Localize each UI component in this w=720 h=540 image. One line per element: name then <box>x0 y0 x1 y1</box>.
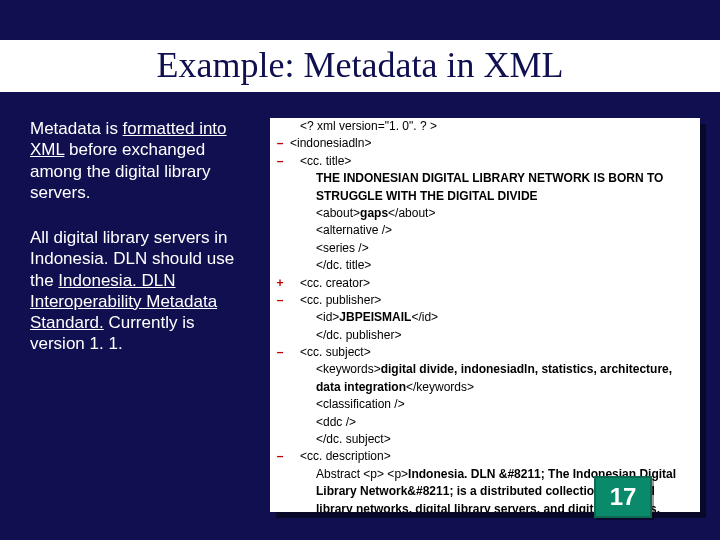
xml-line: <cc. publisher> <box>288 292 700 309</box>
xml-line: </dc. subject> <box>288 431 700 448</box>
xml-line: <id>JBPEISMAIL</id> <box>288 309 700 326</box>
tree-collapse-icon: – <box>270 135 288 152</box>
xml-line: <keywords>digital divide, indonesiadln, … <box>288 361 700 396</box>
xml-line-bold: THE INDONESIAN DIGITAL LIBRARY NETWORK I… <box>288 170 700 205</box>
tree-collapse-icon: – <box>270 292 288 309</box>
tree-collapse-icon: – <box>270 448 288 465</box>
body-text: Metadata is formatted into XML before ex… <box>30 118 250 379</box>
slide: Example: Metadata in XML Metadata is for… <box>0 0 720 540</box>
tree-collapse-icon: – <box>270 344 288 361</box>
xml-code-pane: <? xml version="1. 0". ? > –<indonesiadl… <box>270 118 700 512</box>
xml-line: <cc. subject> <box>288 344 700 361</box>
xml-line: <indonesiadln> <box>288 135 700 152</box>
p1-lead: Metadata is <box>30 119 123 138</box>
paragraph-2: All digital library servers in Indonesia… <box>30 227 250 355</box>
xml-line: </dc. publisher> <box>288 327 700 344</box>
xml-line: <about>gaps</about> <box>288 205 700 222</box>
page-number-badge: 17 <box>594 476 652 518</box>
xml-line: <cc. description> <box>288 448 700 465</box>
tree-expand-icon: + <box>270 275 288 292</box>
xml-line: </dc. title> <box>288 257 700 274</box>
xml-line: <alternative /> <box>288 222 700 239</box>
tree-collapse-icon: – <box>270 153 288 170</box>
paragraph-1: Metadata is formatted into XML before ex… <box>30 118 250 203</box>
xml-line: <ddc /> <box>288 414 700 431</box>
xml-line: <classification /> <box>288 396 700 413</box>
slide-title: Example: Metadata in XML <box>0 40 720 92</box>
xml-line: <cc. creator> <box>288 275 700 292</box>
xml-line: <cc. title> <box>288 153 700 170</box>
xml-line: <? xml version="1. 0". ? > <box>288 118 700 135</box>
xml-line: <series /> <box>288 240 700 257</box>
